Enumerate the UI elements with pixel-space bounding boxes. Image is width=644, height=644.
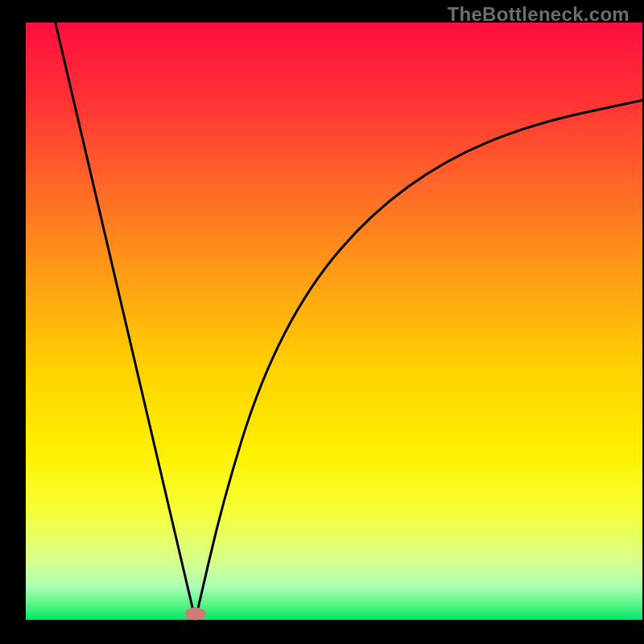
bottleneck-chart <box>0 0 644 644</box>
attribution-label: TheBottleneck.com <box>448 3 630 26</box>
